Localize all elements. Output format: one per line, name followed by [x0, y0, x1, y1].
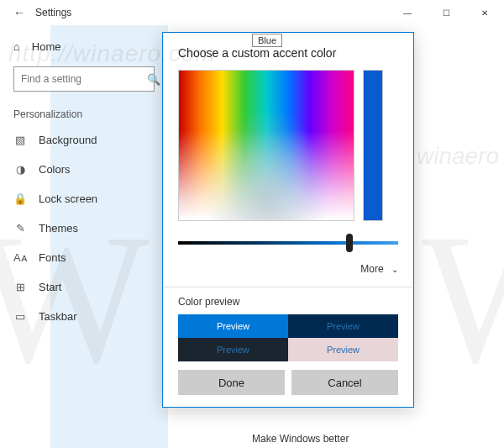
more-expander[interactable]: More ⌄ — [178, 260, 398, 283]
sidebar-item-fonts[interactable]: Aᴀ Fonts — [0, 243, 168, 272]
sidebar: ⌂ Home 🔍 Personalization ▧ Background ◑ … — [0, 25, 168, 448]
sidebar-item-lockscreen[interactable]: 🔒 Lock screen — [0, 184, 168, 213]
close-button[interactable]: ✕ — [465, 0, 504, 25]
lock-icon: 🔒 — [13, 192, 27, 205]
preview-tile-dark-accent: Preview — [288, 314, 398, 338]
slider-track — [178, 241, 398, 245]
sidebar-item-background[interactable]: ▧ Background — [0, 125, 168, 155]
accent-color-dialog: Choose a custom accent color More ⌄ Colo… — [162, 32, 414, 408]
footer-text: Make Windows better — [252, 433, 349, 445]
minimize-button[interactable]: — — [388, 0, 427, 25]
maximize-button[interactable]: ☐ — [427, 0, 465, 25]
color-tooltip: Blue — [252, 34, 282, 47]
divider — [163, 287, 413, 287]
chevron-down-icon: ⌄ — [391, 265, 398, 274]
sidebar-item-themes[interactable]: ✎ Themes — [0, 213, 168, 243]
sidebar-item-colors[interactable]: ◑ Colors — [0, 155, 168, 184]
search-box[interactable]: 🔍 — [13, 66, 155, 92]
cancel-button[interactable]: Cancel — [291, 370, 398, 395]
sidebar-home[interactable]: ⌂ Home — [0, 34, 168, 60]
sidebar-group-title: Personalization — [0, 98, 168, 125]
watermark-text: winaero — [417, 143, 499, 170]
sidebar-item-label: Start — [39, 281, 61, 293]
sidebar-item-start[interactable]: ⊞ Start — [0, 272, 168, 302]
sidebar-item-label: Background — [39, 134, 97, 146]
font-icon: Aᴀ — [13, 251, 27, 264]
slider-thumb[interactable] — [346, 234, 353, 252]
more-label: More — [360, 263, 383, 275]
sidebar-item-label: Taskbar — [39, 310, 77, 323]
preview-tile-light-accent: Preview — [178, 314, 288, 338]
watermark-logo: W — [422, 193, 504, 406]
sidebar-item-label: Themes — [39, 222, 78, 235]
sidebar-item-taskbar[interactable]: ▭ Taskbar — [0, 302, 168, 331]
titlebar: ← Settings — ☐ ✕ — [0, 0, 504, 25]
home-icon: ⌂ — [13, 40, 20, 53]
value-slider[interactable] — [178, 233, 398, 253]
back-button[interactable]: ← — [7, 0, 32, 25]
window-title: Settings — [35, 7, 71, 18]
window-controls: — ☐ ✕ — [388, 0, 504, 25]
search-icon: 🔍 — [147, 73, 160, 86]
taskbar-icon: ▭ — [13, 310, 27, 323]
sidebar-item-label: Fonts — [39, 251, 66, 264]
dialog-button-row: Done Cancel — [178, 370, 398, 395]
dialog-title: Choose a custom accent color — [178, 46, 398, 60]
color-picker-row — [178, 70, 398, 221]
hue-saturation-picker[interactable] — [178, 70, 354, 221]
start-icon: ⊞ — [13, 281, 27, 293]
settings-window: ← Settings — ☐ ✕ ⌂ Home 🔍 Personalizatio… — [0, 0, 504, 448]
preview-heading: Color preview — [178, 296, 398, 308]
search-input[interactable] — [21, 73, 147, 85]
sidebar-item-label: Lock screen — [39, 192, 97, 205]
preview-tile-dark-bg: Preview — [178, 338, 288, 361]
preview-grid: Preview Preview Preview Preview — [178, 314, 398, 361]
brush-icon: ✎ — [13, 222, 27, 235]
preview-tile-light-bg: Preview — [288, 338, 398, 361]
sidebar-item-label: Colors — [39, 163, 71, 176]
done-button[interactable]: Done — [178, 370, 285, 395]
value-strip[interactable] — [363, 70, 383, 221]
picture-icon: ▧ — [13, 134, 27, 146]
sidebar-home-label: Home — [32, 40, 61, 53]
palette-icon: ◑ — [13, 163, 27, 176]
